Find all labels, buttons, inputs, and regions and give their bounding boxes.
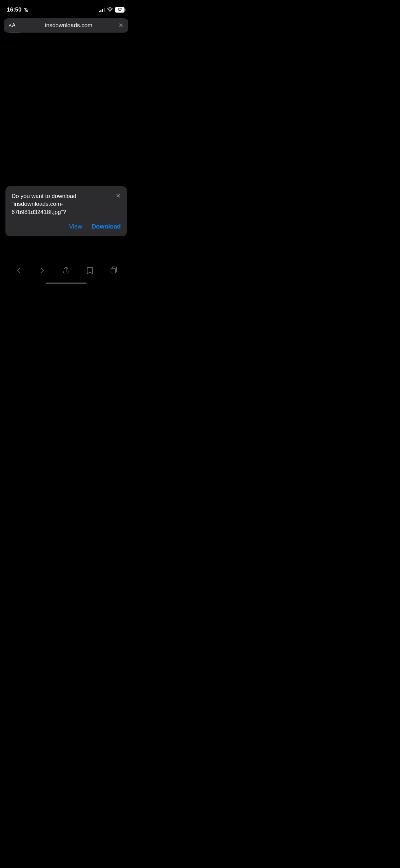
address-bar[interactable]: AA insdownloads.com ✕ [4,18,128,33]
dialog-message: Do you want to download "insdownloads.co… [12,192,116,216]
dialog-actions: View Download [12,223,121,230]
battery-tip [125,9,126,11]
url-display[interactable]: insdownloads.com [19,22,118,29]
wifi-icon [107,7,113,12]
svg-point-0 [110,11,110,12]
bookmarks-button[interactable] [83,265,97,276]
view-button[interactable]: View [69,223,82,230]
home-indicator [0,280,132,287]
clear-url-button[interactable]: ✕ [118,22,123,29]
page-content-area: Do you want to download "insdownloads.co… [0,35,132,257]
toolbar-icons [0,259,132,280]
silent-mode-icon [23,7,29,13]
time-label: 16:50 [7,6,21,13]
battery-level: 57 [115,7,125,13]
forward-button[interactable] [36,265,49,276]
download-dialog: Do you want to download "insdownloads.co… [5,186,127,236]
bottom-toolbar [0,259,132,287]
signal-icon [99,7,105,12]
status-bar: 16:50 [0,0,132,17]
home-indicator-bar [46,283,87,284]
progress-indicator [9,33,20,33]
address-bar-container: AA insdownloads.com ✕ [0,17,132,35]
back-button[interactable] [12,265,25,276]
download-button[interactable]: Download [92,223,121,230]
tabs-button[interactable] [107,265,120,276]
battery-icon: 57 [115,7,126,13]
share-button[interactable] [59,265,73,276]
reader-mode-button[interactable]: AA [9,22,16,29]
dialog-close-button[interactable]: ✕ [116,192,121,199]
status-right-icons: 57 [99,7,126,13]
status-time: 16:50 [7,6,29,13]
dialog-header: Do you want to download "insdownloads.co… [12,192,121,216]
